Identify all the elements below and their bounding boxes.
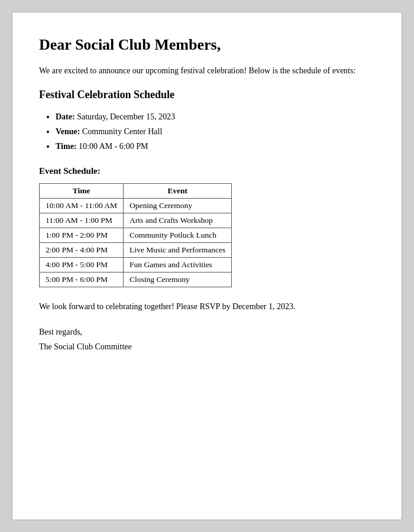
cell-event: Fun Games and Activities — [124, 257, 232, 272]
cell-time: 1:00 PM - 2:00 PM — [40, 228, 124, 242]
cell-time: 5:00 PM - 6:00 PM — [40, 272, 124, 287]
rsvp-paragraph: We look forward to celebrating together!… — [39, 300, 375, 313]
festival-title: Festival Celebration Schedule — [39, 89, 375, 101]
detail-date: Date: Saturday, December 15, 2023 — [56, 109, 375, 124]
details-list: Date: Saturday, December 15, 2023 Venue:… — [39, 109, 375, 154]
table-row: 11:00 AM - 1:00 PMArts and Crafts Worksh… — [40, 213, 232, 228]
table-row: 10:00 AM - 11:00 AMOpening Ceremony — [40, 198, 232, 213]
cell-event: Closing Ceremony — [124, 272, 232, 287]
cell-time: 11:00 AM - 1:00 PM — [40, 213, 124, 228]
cell-event: Community Potluck Lunch — [124, 228, 232, 242]
document-page: Dear Social Club Members, We are excited… — [12, 12, 402, 520]
time-value: 10:00 AM - 6:00 PM — [79, 142, 148, 151]
detail-time: Time: 10:00 AM - 6:00 PM — [56, 139, 375, 154]
closing-line1: Best regards, — [39, 325, 375, 339]
event-schedule-label: Event Schedule: — [39, 166, 375, 176]
closing-block: Best regards, The Social Club Committee — [39, 325, 375, 354]
intro-paragraph: We are excited to announce our upcoming … — [39, 64, 375, 77]
col-event-header: Event — [124, 183, 232, 198]
cell-time: 4:00 PM - 5:00 PM — [40, 257, 124, 272]
cell-event: Live Music and Performances — [124, 242, 232, 257]
time-label: Time: — [56, 142, 77, 151]
venue-value: Community Center Hall — [82, 127, 162, 136]
cell-time: 2:00 PM - 4:00 PM — [40, 242, 124, 257]
detail-venue: Venue: Community Center Hall — [56, 124, 375, 139]
date-value: Saturday, December 15, 2023 — [77, 112, 175, 121]
col-time-header: Time — [40, 183, 124, 198]
table-row: 1:00 PM - 2:00 PMCommunity Potluck Lunch — [40, 228, 232, 242]
table-row: 5:00 PM - 6:00 PMClosing Ceremony — [40, 272, 232, 287]
cell-time: 10:00 AM - 11:00 AM — [40, 198, 124, 213]
table-row: 2:00 PM - 4:00 PMLive Music and Performa… — [40, 242, 232, 257]
cell-event: Arts and Crafts Workshop — [124, 213, 232, 228]
date-label: Date: — [56, 112, 75, 121]
table-header-row: Time Event — [40, 183, 232, 198]
table-row: 4:00 PM - 5:00 PMFun Games and Activitie… — [40, 257, 232, 272]
schedule-table: Time Event 10:00 AM - 11:00 AMOpening Ce… — [39, 183, 232, 287]
cell-event: Opening Ceremony — [124, 198, 232, 213]
closing-line2: The Social Club Committee — [39, 339, 375, 354]
venue-label: Venue: — [56, 127, 80, 136]
greeting-heading: Dear Social Club Members, — [39, 36, 375, 54]
